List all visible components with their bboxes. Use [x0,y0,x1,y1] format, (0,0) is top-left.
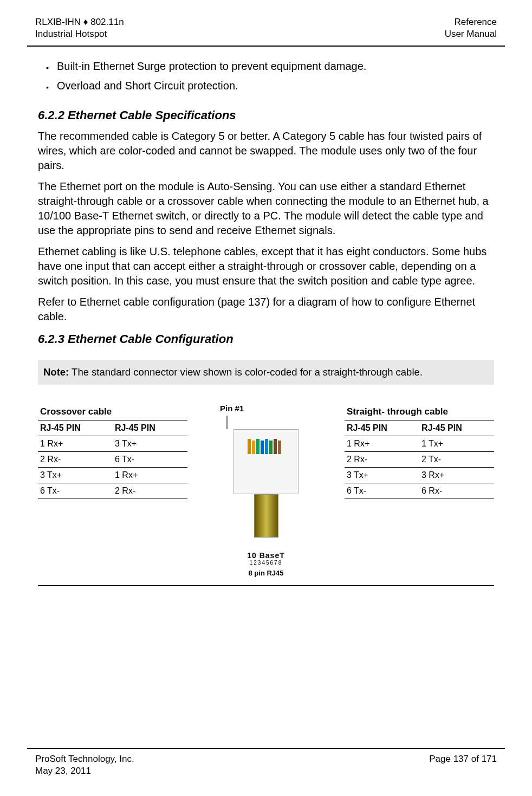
table-cell: 1 Tx+ [419,436,494,452]
pin-icon [269,441,273,454]
list-item: ▪ Overload and Short Circuit protection. [46,80,494,95]
column-header: RJ-45 PIN [419,420,494,436]
footer-right: Page 137 of 171 [429,753,497,777]
crossover-table-block: Crossover cable RJ-45 PIN RJ-45 PIN 1 Rx… [38,404,187,577]
table-cell: 3 Tx+ [113,436,187,452]
table-cell: 6 Tx- [345,483,419,499]
table-cell: 1 Rx+ [38,436,113,452]
header-subtitle: Industrial Hotspot [35,28,124,40]
table-header-row: RJ-45 PIN RJ-45 PIN [38,420,187,436]
straight-pin-table: RJ-45 PIN RJ-45 PIN 1 Rx+ 1 Tx+ 2 Rx- 2 … [345,420,494,499]
note-text: The standard connector view shown is col… [69,366,423,378]
column-header: RJ-45 PIN [38,420,113,436]
crossover-pin-table: RJ-45 PIN RJ-45 PIN 1 Rx+ 3 Tx+ 2 Rx- 6 … [38,420,187,499]
bullet-marker-icon: ▪ [46,80,49,95]
paragraph: The recommended cable is Category 5 or b… [38,129,494,173]
pin-icon [274,439,277,454]
table-row: 1 Rx+ 1 Tx+ [345,436,494,452]
table-cell: 2 Rx- [38,452,113,468]
pin-one-label: Pin #1 [220,404,244,413]
header-product: RLXIB-IHN ♦ 802.11n [35,16,124,28]
cable-tables-row: Crossover cable RJ-45 PIN RJ-45 PIN 1 Rx… [38,404,494,586]
table-cell: 3 Tx+ [38,468,113,483]
table-row: 3 Tx+ 1 Rx+ [38,468,187,483]
diagram-label-rj45: 8 pin RJ45 [248,569,283,577]
page-header: RLXIB-IHN ♦ 802.11n Industrial Hotspot R… [27,16,505,47]
table-cell: 1 Rx+ [113,468,187,483]
footer-left: ProSoft Technology, Inc. May 23, 2011 [35,753,134,777]
table-row: 2 Rx- 2 Tx- [345,452,494,468]
rj45-connector-icon [233,429,299,494]
page-content: ▪ Built-in Ethernet Surge protection to … [27,60,505,586]
table-cell: 2 Rx- [345,452,419,468]
straight-table-block: Straight- through cable RJ-45 PIN RJ-45 … [345,404,494,577]
table-header-row: RJ-45 PIN RJ-45 PIN [345,420,494,436]
table-row: 3 Tx+ 3 Rx+ [345,468,494,483]
pin-icon [265,439,268,454]
column-header: RJ-45 PIN [113,420,187,436]
diagram-label-10baset: 10 BaseT [247,551,284,560]
diagram-pin-numbers: 12345678 [250,560,283,566]
header-doc-name: User Manual [445,28,497,40]
table-cell: 6 Tx- [113,452,187,468]
pin-icon [261,441,264,454]
footer-page-number: Page 137 of 171 [429,753,497,765]
column-header: RJ-45 PIN [345,420,419,436]
pin-icon [256,439,259,454]
paragraph: Ethernet cabling is like U.S. telephone … [38,244,494,288]
bullet-text: Built-in Ethernet Surge protection to pr… [57,60,366,75]
pin-icon [248,439,251,454]
pin-icon [278,441,281,454]
table-cell: 1 Rx+ [345,436,419,452]
table-cell: 6 Rx- [419,483,494,499]
header-left: RLXIB-IHN ♦ 802.11n Industrial Hotspot [35,16,124,40]
table-row: 2 Rx- 6 Tx- [38,452,187,468]
table-cell: 6 Tx- [38,483,113,499]
table-row: 6 Tx- 2 Rx- [38,483,187,499]
pin-arrow-icon [226,416,228,429]
note-label: Note: [43,366,69,378]
header-doc-type: Reference [445,16,497,28]
footer-company: ProSoft Technology, Inc. [35,753,134,765]
bullet-marker-icon: ▪ [46,60,49,75]
connector-pins [248,438,286,454]
rj45-diagram: Pin #1 10 BaseT 12345678 8 pin RJ45 [198,404,334,577]
section-heading-623: 6.2.3 Ethernet Cable Configuration [38,332,494,346]
section-heading-622: 6.2.2 Ethernet Cable Specifications [38,108,494,122]
list-item: ▪ Built-in Ethernet Surge protection to … [46,60,494,75]
paragraph: Refer to Ethernet cable configuration (p… [38,295,494,324]
table-row: 6 Tx- 6 Rx- [345,483,494,499]
table-cell: 2 Rx- [113,483,187,499]
note-box: Note: The standard connector view shown … [38,360,494,385]
pin-icon [252,441,255,454]
footer-date: May 23, 2011 [35,765,134,777]
table-cell: 2 Tx- [419,452,494,468]
table-cell: 3 Tx+ [345,468,419,483]
cable-icon [254,494,278,538]
header-right: Reference User Manual [445,16,497,40]
table-cell: 3 Rx+ [419,468,494,483]
table-title-straight: Straight- through cable [345,404,494,420]
table-row: 1 Rx+ 3 Tx+ [38,436,187,452]
bullet-text: Overload and Short Circuit protection. [57,80,238,95]
table-title-crossover: Crossover cable [38,404,187,420]
feature-bullet-list: ▪ Built-in Ethernet Surge protection to … [46,60,494,95]
paragraph: The Ethernet port on the module is Auto-… [38,179,494,238]
page-footer: ProSoft Technology, Inc. May 23, 2011 Pa… [27,748,505,777]
